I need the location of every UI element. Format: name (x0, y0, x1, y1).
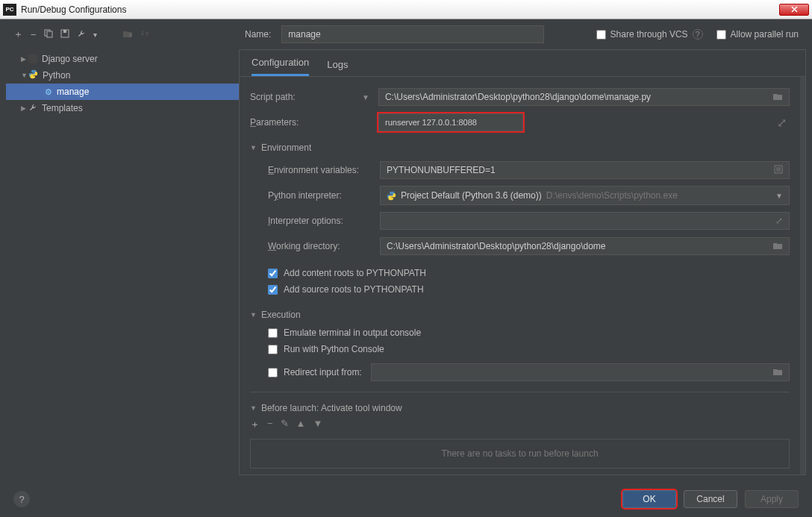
edit-icon: ✎ (281, 418, 289, 431)
redirect-input-label: Redirect input from: (284, 367, 362, 377)
redirect-input-path[interactable] (371, 363, 790, 381)
chevron-right-icon: ▶ (21, 55, 28, 63)
remove-icon[interactable]: − (31, 29, 37, 40)
folder-move-icon (122, 29, 133, 40)
execution-section[interactable]: ▼ Execution (250, 310, 790, 320)
run-with-console-label: Run with Python Console (284, 344, 384, 354)
tree-django-server[interactable]: ▶ Django server (6, 51, 239, 67)
script-path-mode-dropdown[interactable]: ▼ (362, 93, 369, 101)
parameters-input[interactable]: runserver 127.0.0.1:8088 (378, 113, 523, 131)
python-file-icon: ⚙ (45, 87, 52, 97)
emulate-terminal-label: Emulate terminal in output console (284, 328, 421, 338)
folder-icon[interactable] (772, 241, 783, 252)
env-vars-input[interactable]: PYTHONUNBUFFERED=1 (380, 161, 790, 179)
before-launch-toolbar: ＋ − ✎ ▲ ▼ (250, 418, 790, 431)
folder-icon[interactable] (772, 367, 783, 378)
tree-label: Django server (42, 54, 98, 64)
add-icon[interactable]: ＋ (250, 418, 260, 431)
chevron-down-icon: ▼ (775, 192, 783, 200)
add-content-roots-label: Add content roots to PYTHONPATH (284, 268, 426, 278)
list-icon[interactable] (774, 165, 783, 176)
add-icon[interactable]: ＋ (13, 28, 23, 41)
remove-icon: − (267, 418, 273, 431)
python-icon (28, 69, 38, 81)
tree-manage[interactable]: ⚙ manage (6, 84, 239, 100)
tab-logs[interactable]: Logs (327, 59, 348, 76)
title-bar: PC Run/Debug Configurations (0, 0, 812, 19)
name-label: Name: (245, 29, 271, 40)
config-tree: ▶ Django server ▼ Python ⚙ manage ▶ (6, 49, 239, 475)
wrench-icon[interactable] (77, 29, 86, 40)
parameters-value: runserver 127.0.0.1:8088 (385, 118, 477, 127)
copy-icon[interactable] (44, 29, 53, 40)
tab-configuration[interactable]: Configuration (252, 57, 309, 76)
share-vcs-box[interactable] (596, 30, 606, 40)
pycharm-icon: PC (3, 4, 16, 16)
window-title: Run/Debug Configurations (21, 4, 779, 15)
folder-icon[interactable] (772, 92, 783, 103)
before-launch-section[interactable]: ▼ Before launch: Activate tool window (250, 403, 790, 413)
script-path-input[interactable]: C:\Users\Administrator\Desktop\python28\… (378, 88, 790, 106)
interpreter-name: Project Default (Python 3.6 (demo)) (401, 190, 542, 201)
workdir-label: Working directory: (268, 241, 380, 251)
expand-icon[interactable]: ⤢ (777, 116, 787, 130)
emulate-terminal-checkbox[interactable] (268, 328, 278, 338)
allow-parallel-box[interactable] (716, 30, 726, 40)
chevron-down-icon: ▼ (250, 311, 257, 319)
dialog-footer: ? OK Cancel Apply (0, 481, 812, 517)
close-button[interactable] (779, 4, 809, 16)
share-vcs-label: Share through VCS (610, 29, 688, 40)
section-title: Environment (261, 142, 311, 153)
section-title: Execution (261, 310, 301, 320)
top-row: ＋ − ▾ Name: Share throu (0, 19, 812, 49)
help-button[interactable]: ? (13, 491, 30, 507)
apply-button[interactable]: Apply (745, 490, 799, 508)
save-icon[interactable] (60, 29, 69, 40)
name-input[interactable] (281, 25, 544, 43)
no-tasks-text: There are no tasks to run before launch (441, 448, 598, 459)
interp-opts-label: Interpreter options: (268, 216, 380, 226)
ok-button[interactable]: OK (622, 490, 676, 508)
allow-parallel-label: Allow parallel run (731, 29, 799, 40)
tree-label: Templates (42, 103, 83, 113)
environment-section[interactable]: ▼ Environment (250, 142, 790, 153)
interpreter-label: Python interpreter: (268, 190, 380, 201)
workdir-value: C:\Users\Administrator\Desktop\python28\… (387, 241, 605, 251)
sort-icon (140, 29, 149, 40)
allow-parallel-checkbox[interactable]: Allow parallel run (716, 29, 799, 40)
run-with-console-checkbox[interactable] (268, 345, 278, 354)
up-icon: ▲ (296, 418, 306, 431)
interp-opts-input[interactable]: ⤢ (380, 212, 790, 230)
add-content-roots-checkbox[interactable] (268, 269, 278, 278)
workdir-input[interactable]: C:\Users\Administrator\Desktop\python28\… (380, 237, 790, 255)
chevron-down-icon: ▼ (21, 72, 28, 79)
section-title: Before launch: Activate tool window (261, 403, 402, 413)
tree-templates[interactable]: ▶ Templates (6, 100, 239, 116)
django-icon (28, 54, 37, 63)
add-source-roots-checkbox[interactable] (268, 285, 278, 295)
help-hint-icon[interactable]: ? (693, 29, 703, 40)
form-area: Script path: ▼ C:\Users\Administrator\De… (240, 77, 800, 474)
scrollbar[interactable] (800, 77, 805, 474)
interpreter-path: D:\envs\demo\Scripts\python.exe (546, 190, 678, 201)
svg-rect-1 (47, 31, 52, 37)
parameters-label: PParameters:arameters: (250, 117, 362, 128)
cancel-button[interactable]: Cancel (684, 490, 737, 508)
share-vcs-checkbox[interactable]: Share through VCS ? (596, 29, 703, 40)
python-icon (387, 191, 396, 201)
chevron-down-icon: ▼ (250, 144, 257, 151)
env-vars-value: PYTHONUNBUFFERED=1 (387, 165, 496, 175)
divider (250, 392, 790, 392)
expand-icon[interactable]: ⤢ (775, 216, 783, 226)
content-panel: Configuration Logs Script path: ▼ C:\Use… (239, 49, 806, 475)
tree-label: manage (57, 87, 89, 97)
before-launch-list: There are no tasks to run before launch (250, 439, 790, 469)
svg-rect-3 (63, 30, 66, 33)
close-x-icon (791, 6, 798, 13)
sidebar-toolbar: ＋ − ▾ (13, 28, 245, 41)
interpreter-dropdown[interactable]: Project Default (Python 3.6 (demo)) D:\e… (380, 186, 790, 205)
tree-python[interactable]: ▼ Python (6, 67, 239, 84)
redirect-input-checkbox[interactable] (268, 368, 278, 377)
toolbar-dropdown-icon[interactable]: ▾ (93, 31, 97, 39)
dialog-body: ＋ − ▾ Name: Share throu (0, 19, 812, 517)
